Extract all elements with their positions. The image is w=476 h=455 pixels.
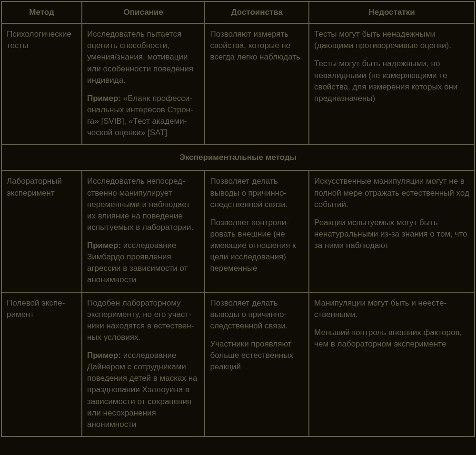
disadvantage-text: Тесты могут быть ненадежными (дающими пр…	[314, 29, 469, 51]
example-text: исследование Дайнером с сотрудниками пов…	[87, 351, 198, 429]
header-advantages: Достоинства	[205, 1, 309, 23]
disadvantage-text: Тесты могут быть надежными, но невалидны…	[314, 58, 469, 104]
table-container: Метод Описание Достоинства Недостатки Пс…	[0, 0, 476, 438]
cell-disadvantages: Тесты могут быть ненадежными (дающими пр…	[309, 23, 475, 145]
cell-advantages: Позволяет делать выводы о причинно-следс…	[205, 292, 309, 436]
description-text: Исследователь пытается оценить способнос…	[87, 29, 199, 86]
cell-advantages: Позволяют измерять свойства, которые не …	[205, 23, 309, 145]
example-block: Пример: «Бланк професси­ональных интерес…	[87, 93, 199, 139]
advantage-text: Позволяет контроли­ровать внешние (не им…	[210, 217, 304, 275]
methods-table: Метод Описание Достоинства Недостатки Пс…	[1, 1, 475, 437]
row-field: Полевой экспе­римент Подобен лабораторно…	[1, 292, 475, 436]
section-heading: Экспериментальные методы	[1, 145, 475, 170]
header-row: Метод Описание Достоинства Недостатки	[1, 1, 475, 23]
disadvantage-text: Манипуляции могут быть и неесте­ственным…	[314, 297, 469, 320]
advantage-text: Позволяет делать выводы о причинно-следс…	[210, 297, 304, 332]
header-method: Метод	[1, 1, 82, 23]
example-block: Пример: исследование Дайнером с сотрудни…	[87, 350, 199, 430]
cell-method: Полевой экспе­римент	[1, 292, 82, 436]
advantage-text: Позволяют измерять свойства, которые не …	[210, 29, 304, 63]
cell-disadvantages: Манипуляции могут быть и неесте­ственным…	[309, 292, 475, 436]
example-label: Пример:	[87, 241, 121, 250]
cell-method: Психологиче­ские тесты	[1, 23, 82, 145]
example-label: Пример:	[87, 94, 121, 103]
example-block: Пример: исследование Зимбардо проявления…	[87, 240, 199, 286]
example-label: Пример:	[87, 351, 121, 360]
cell-description: Исследователь непосред­ственно манипулир…	[82, 170, 205, 292]
description-text: Подобен лабораторному эксперименту, но е…	[87, 297, 199, 344]
disadvantage-text: Реакции испытуемых могут быть ненатураль…	[314, 217, 469, 251]
cell-description: Подобен лабораторному эксперименту, но е…	[82, 292, 205, 436]
advantage-text: Позволяет делать выводы о причинно-следс…	[210, 176, 304, 210]
cell-description: Исследователь пытается оценить способнос…	[82, 23, 205, 145]
disadvantage-text: Искусственные манипуляции могут не в пол…	[314, 176, 469, 210]
description-text: Исследователь непосред­ственно манипулир…	[87, 176, 199, 233]
cell-method: Лабораторный эксперимент	[1, 170, 82, 292]
row-lab: Лабораторный эксперимент Исследователь н…	[1, 170, 475, 292]
advantage-text: Участники проявляют больше естественных …	[210, 338, 304, 373]
row-tests: Психологиче­ские тесты Исследователь пыт…	[1, 23, 475, 145]
cell-advantages: Позволяет делать выводы о причинно-следс…	[205, 170, 309, 292]
disadvantage-text: Меньший контроль внешних фак­торов, чем …	[314, 327, 469, 350]
cell-disadvantages: Искусственные манипуляции могут не в пол…	[309, 170, 475, 292]
header-description: Описание	[82, 1, 205, 23]
section-row-experimental: Экспериментальные методы	[1, 145, 475, 170]
header-disadvantages: Недостатки	[309, 1, 475, 23]
